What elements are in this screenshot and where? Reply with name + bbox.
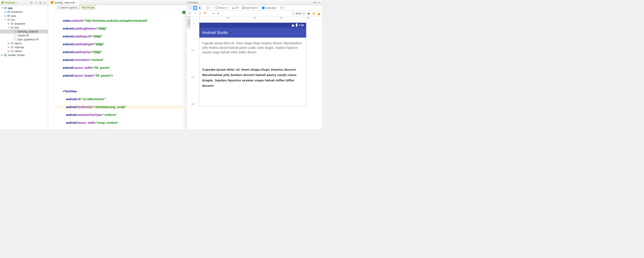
editor-tabs: <> activity_main.xml × <box>48 0 186 5</box>
editor-panel: <> activity_main.xml × LinearLayout Text… <box>48 0 186 129</box>
tree-mipmap[interactable]: ▶mipmap <box>0 45 48 49</box>
graph-icon[interactable] <box>193 11 197 16</box>
tree-manifests[interactable]: ▶manifests <box>0 10 48 14</box>
orientation-picker[interactable] <box>206 6 212 10</box>
preview-toolbar: Nexus 4 26 AppTheme Language <box>187 5 322 11</box>
preview-toolbar-2: Σ ⇔ ⇕ − 67% + ▣ ✋ 🔔 <box>187 11 322 16</box>
svg-rect-11 <box>204 12 205 14</box>
svg-rect-5 <box>199 7 200 9</box>
svg-rect-10 <box>282 7 283 9</box>
warnings-icon[interactable] <box>203 11 208 16</box>
textview-2-preview[interactable]: Cupcake ipsum dolor sit. Amet chupa chup… <box>202 67 303 88</box>
svg-point-1 <box>5 55 6 56</box>
project-view-label: Android <box>5 1 15 4</box>
breadcrumb-linearlayout[interactable]: LinearLayout <box>56 6 79 10</box>
notifications-icon[interactable]: 🔔 <box>317 11 321 16</box>
zoom-out-button[interactable]: − <box>292 12 296 15</box>
editor-gutter[interactable] <box>48 10 54 129</box>
inspection-ok-icon[interactable]: ✔ <box>182 11 184 14</box>
svg-rect-12 <box>206 12 206 14</box>
tab-label: activity_main.xml <box>55 1 75 4</box>
tree-lobster[interactable]: Tlobster.ttf <box>0 34 48 37</box>
project-panel: Android ▾ ⟳ ⇥ ⚙ ⇤ ▼app ▶manifests ▶java … <box>0 0 48 129</box>
tree-drawable[interactable]: ▶drawable <box>0 22 48 26</box>
code-editor[interactable]: ✔ xmlns:android="http://schemas.android.… <box>54 10 184 129</box>
pan-icon[interactable]: ✋ <box>312 11 316 16</box>
theme-picker[interactable]: AppTheme <box>242 6 260 10</box>
zoom-level: 67% <box>296 12 302 15</box>
split-view-icon[interactable] <box>198 6 202 10</box>
device-content: Cupcake ipsum dolor sit. Amet chupa chup… <box>199 38 306 106</box>
sync-icon[interactable]: ⟳ <box>30 1 33 4</box>
tree-gradle[interactable]: ▶ Gradle Scripts <box>0 53 48 57</box>
tree-typo[interactable]: Ttypo_graphica.otf <box>0 37 48 41</box>
device-frame[interactable]: 7:00 Android Studio Cupcake ipsum dolor … <box>199 23 306 106</box>
battery-icon <box>296 24 298 27</box>
api-picker[interactable]: 26 <box>231 6 240 10</box>
variant-picker[interactable] <box>280 6 286 10</box>
project-tree: ▼app ▶manifests ▶java ▼res ▶drawable ▼fo… <box>0 5 48 58</box>
svg-rect-2 <box>188 7 191 9</box>
breadcrumb: LinearLayout TextView <box>48 5 186 10</box>
breadcrumb-textview[interactable]: TextView <box>79 6 96 10</box>
gradle-icon <box>4 54 7 57</box>
status-time: 7:00 <box>299 24 304 27</box>
wifi-icon <box>291 24 294 27</box>
font-file-icon: T <box>14 30 16 33</box>
select-icon[interactable] <box>188 11 192 16</box>
gear-icon[interactable]: ⚙ <box>39 1 42 4</box>
hide-icon[interactable]: ⇤ <box>43 1 46 4</box>
zoom-fit-icon[interactable]: ▣ <box>306 11 311 16</box>
zoom-in-button[interactable]: + <box>302 12 306 15</box>
blueprint-view-icon[interactable] <box>193 6 197 10</box>
ruler-horizontal: 0 100 200 300 400 <box>193 16 322 21</box>
sigma-icon[interactable]: Σ <box>198 11 202 16</box>
svg-rect-8 <box>216 7 218 9</box>
zoom-controls: − 67% + ▣ ✋ 🔔 <box>292 11 321 16</box>
device-appbar: Android Studio <box>199 28 306 38</box>
textview-1-preview[interactable]: Cupcake ipsum dolor sit. Amet chupa chup… <box>202 41 303 55</box>
project-toolbar: Android ▾ ⟳ ⇥ ⚙ ⇤ <box>0 0 48 5</box>
font-file-icon: T <box>14 38 16 41</box>
tree-res[interactable]: ▼res <box>0 18 48 22</box>
tab-activity-main[interactable]: <> activity_main.xml × <box>49 0 80 5</box>
preview-title: Preview <box>188 1 198 4</box>
preview-canvas[interactable]: Palette 0 100 200 300 400 0 100 200 300 … <box>187 16 322 129</box>
design-view-icon[interactable] <box>188 6 192 10</box>
tree-font[interactable]: ▼font <box>0 26 48 30</box>
ruler-vertical: 0 100 200 300 <box>190 21 195 129</box>
font-file-icon: T <box>14 34 16 37</box>
editor-scrollbar[interactable] <box>184 10 186 129</box>
tree-app[interactable]: ▼app <box>0 6 48 10</box>
svg-rect-3 <box>194 7 195 9</box>
collapse-icon[interactable]: ⇥ <box>34 1 38 4</box>
expand-v-icon[interactable]: ⇕ <box>216 11 220 16</box>
tree-layout[interactable]: ▶layout <box>0 41 48 45</box>
expand-h-icon[interactable]: ⇔ <box>211 11 216 16</box>
svg-rect-9 <box>281 7 282 9</box>
preview-titlebar: Preview ⚙▾ ⇥ <box>187 0 322 5</box>
close-icon[interactable]: × <box>76 1 78 4</box>
xml-file-icon: <> <box>50 1 54 4</box>
project-view-selector[interactable]: Android ▾ <box>1 1 17 4</box>
device-statusbar: 7:00 <box>199 23 306 28</box>
tree-dancing[interactable]: Tdancing_script.ttf <box>0 30 48 34</box>
language-picker[interactable]: Language <box>261 6 279 10</box>
svg-rect-7 <box>207 7 208 9</box>
tree-values[interactable]: ▶values <box>0 49 48 53</box>
hide-icon[interactable]: ⇥ <box>317 1 320 4</box>
tree-java[interactable]: ▶java <box>0 14 48 18</box>
palette-tab[interactable]: Palette <box>187 16 190 29</box>
svg-rect-4 <box>195 7 196 9</box>
globe-icon <box>262 7 265 9</box>
svg-rect-6 <box>200 7 202 9</box>
preview-panel: Preview ⚙▾ ⇥ Nexus 4 26 AppTheme Languag… <box>186 0 322 129</box>
app-title: Android Studio <box>202 30 228 35</box>
device-picker[interactable]: Nexus 4 <box>215 6 230 10</box>
gear-icon[interactable]: ⚙▾ <box>313 1 317 4</box>
